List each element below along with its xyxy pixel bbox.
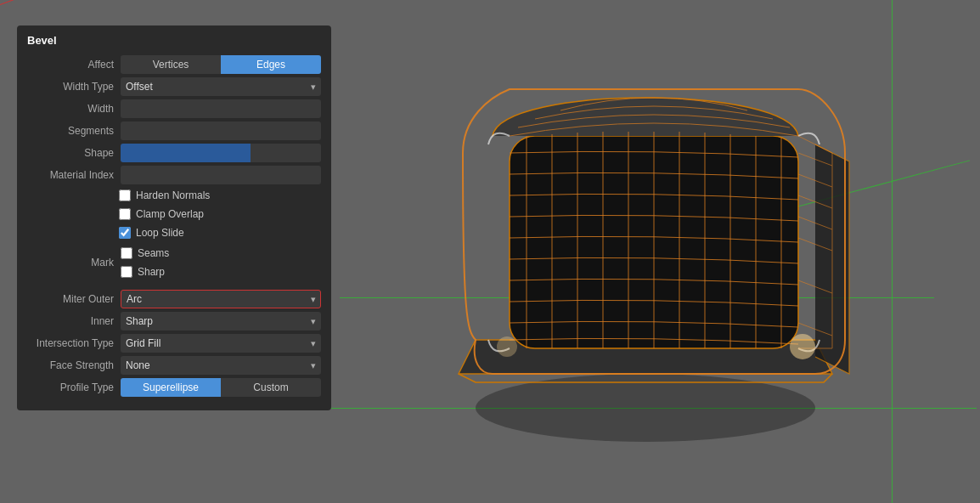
miter-outer-control: Sharp Patch Arc bbox=[121, 290, 321, 308]
mark-seams-row: Seams bbox=[121, 244, 321, 263]
face-strength-select[interactable]: None New Affected All bbox=[121, 356, 321, 375]
segments-input[interactable]: 4 bbox=[121, 122, 321, 140]
svg-point-2 bbox=[790, 334, 815, 359]
face-strength-control: None New Affected All bbox=[121, 356, 321, 375]
width-type-control: Offset Width Depth Percent Absolute bbox=[121, 77, 321, 96]
miter-outer-select[interactable]: Sharp Patch Arc bbox=[121, 290, 321, 308]
miter-outer-select-wrapper: Sharp Patch Arc bbox=[121, 290, 321, 308]
harden-normals-checkbox[interactable] bbox=[119, 189, 131, 201]
material-index-row: Material Index -1 bbox=[17, 164, 331, 186]
intersection-type-control: Grid Fill Cutoff bbox=[121, 334, 321, 353]
material-index-control: -1 bbox=[121, 166, 321, 184]
profile-type-row: Profile Type Superellipse Custom bbox=[17, 376, 331, 398]
sharp-label: Sharp bbox=[138, 266, 165, 278]
seams-label: Seams bbox=[138, 247, 169, 259]
affect-vertices-button[interactable]: Vertices bbox=[121, 55, 221, 74]
sharp-checkbox[interactable] bbox=[121, 266, 132, 278]
3d-object-svg bbox=[340, 17, 951, 493]
profile-superellipse-button[interactable]: Superellipse bbox=[121, 378, 221, 397]
shape-label: Shape bbox=[27, 147, 121, 159]
width-row: Width 10.9 mm bbox=[17, 98, 331, 120]
face-strength-label: Face Strength bbox=[27, 359, 121, 371]
profile-type-control: Superellipse Custom bbox=[121, 378, 321, 397]
face-strength-row: Face Strength None New Affected All bbox=[17, 354, 331, 376]
inner-label: Inner bbox=[27, 315, 121, 327]
miter-outer-row: Miter Outer Sharp Patch Arc bbox=[17, 288, 331, 310]
inner-row: Inner Sharp Arc bbox=[17, 310, 331, 332]
clamp-overlap-checkbox[interactable] bbox=[119, 208, 131, 220]
width-type-label: Width Type bbox=[27, 81, 121, 93]
svg-point-3 bbox=[497, 336, 517, 357]
width-label: Width bbox=[27, 103, 121, 115]
material-index-input[interactable]: -1 bbox=[121, 166, 321, 184]
mark-row: Mark Seams Sharp bbox=[17, 242, 331, 283]
shape-row: Shape 0.500 bbox=[17, 142, 331, 164]
panel-title: Bevel bbox=[17, 34, 331, 54]
mark-control: Seams Sharp bbox=[121, 244, 321, 281]
shape-control: 0.500 bbox=[121, 144, 321, 162]
affect-label: Affect bbox=[27, 59, 121, 71]
segments-row: Segments 4 bbox=[17, 120, 331, 142]
inner-select-wrapper: Sharp Arc bbox=[121, 312, 321, 331]
segments-control: 4 bbox=[121, 122, 321, 140]
width-type-select-wrapper: Offset Width Depth Percent Absolute bbox=[121, 77, 321, 96]
clamp-overlap-row: Clamp Overlap bbox=[17, 205, 331, 223]
harden-normals-label: Harden Normals bbox=[136, 189, 210, 201]
width-type-row: Width Type Offset Width Depth Percent Ab… bbox=[17, 76, 331, 98]
inner-select[interactable]: Sharp Arc bbox=[121, 312, 321, 331]
mark-label: Mark bbox=[27, 257, 121, 268]
inner-control: Sharp Arc bbox=[121, 312, 321, 331]
width-input[interactable]: 10.9 mm bbox=[121, 99, 321, 118]
width-type-select[interactable]: Offset Width Depth Percent Absolute bbox=[121, 77, 321, 96]
clamp-overlap-label: Clamp Overlap bbox=[136, 208, 204, 220]
profile-type-label: Profile Type bbox=[27, 381, 121, 393]
material-index-label: Material Index bbox=[27, 169, 121, 181]
intersection-type-select-wrapper: Grid Fill Cutoff bbox=[121, 334, 321, 353]
miter-outer-label: Miter Outer bbox=[27, 293, 121, 305]
loop-slide-label: Loop Slide bbox=[136, 227, 184, 239]
harden-normals-row: Harden Normals bbox=[17, 186, 331, 205]
mark-sharp-row: Sharp bbox=[121, 263, 321, 281]
affect-edges-button[interactable]: Edges bbox=[221, 55, 321, 74]
width-control: 10.9 mm bbox=[121, 99, 321, 118]
profile-type-buttons: Superellipse Custom bbox=[121, 378, 321, 397]
shape-input[interactable]: 0.500 bbox=[121, 144, 321, 162]
loop-slide-row: Loop Slide bbox=[17, 223, 331, 242]
seams-checkbox[interactable] bbox=[121, 247, 132, 259]
intersection-type-select[interactable]: Grid Fill Cutoff bbox=[121, 334, 321, 353]
bevel-panel: Bevel Affect Vertices Edges Width Type O… bbox=[17, 25, 331, 410]
svg-point-0 bbox=[476, 374, 815, 442]
affect-buttons: Vertices Edges bbox=[121, 55, 321, 74]
intersection-type-row: Intersection Type Grid Fill Cutoff bbox=[17, 332, 331, 354]
affect-row: Affect Vertices Edges bbox=[17, 54, 331, 76]
loop-slide-checkbox[interactable] bbox=[119, 227, 131, 239]
intersection-type-label: Intersection Type bbox=[27, 337, 121, 349]
face-strength-select-wrapper: None New Affected All bbox=[121, 356, 321, 375]
segments-label: Segments bbox=[27, 125, 121, 137]
affect-control: Vertices Edges bbox=[121, 55, 321, 74]
profile-custom-button[interactable]: Custom bbox=[221, 378, 321, 397]
